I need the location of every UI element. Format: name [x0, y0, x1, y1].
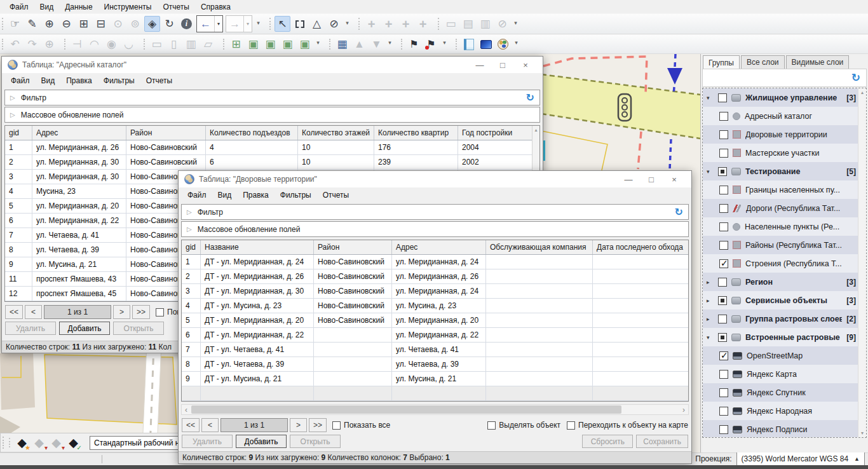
table-cell[interactable] [486, 299, 593, 313]
titlebar[interactable]: Таблица: "Дворовые территории" — □ × [179, 171, 691, 187]
layer-group-row[interactable]: ▾Жилищное управление[3] [703, 88, 866, 107]
pan-tool-icon[interactable]: ☞ [7, 16, 23, 32]
table-cell[interactable]: Ново-Савиновский [314, 269, 392, 283]
add-by-coords-icon[interactable]: + [415, 16, 431, 32]
layer-row[interactable]: Яндекс Спутник [703, 383, 866, 402]
layer-row[interactable]: Адресный каталог [703, 107, 866, 125]
table-cell[interactable]: 10 [298, 155, 374, 169]
pager-prev-button[interactable]: < [201, 418, 219, 432]
table-row[interactable]: 6ДТ - ул. Меридианная, д. 22ул. Меридиан… [182, 328, 688, 343]
open-button[interactable]: Открыть [113, 322, 164, 335]
table-cell[interactable]: ул. Меридианная, д. 20 [32, 199, 126, 213]
table-cell[interactable] [593, 343, 689, 357]
table-cell[interactable] [593, 372, 689, 386]
table-cell[interactable]: 3 [182, 284, 201, 298]
scroll-up-icon[interactable]: ▴ [861, 90, 864, 95]
window-menu-item[interactable]: Правка [237, 189, 275, 201]
table-cell[interactable] [593, 357, 689, 371]
table-cell[interactable] [593, 284, 689, 298]
table-cell[interactable] [486, 343, 593, 357]
table-cell[interactable]: 2004 [458, 140, 533, 154]
layer-row[interactable]: Яндекс Подписи [703, 420, 866, 438]
table-cell[interactable]: 6 [206, 155, 298, 169]
table-cell[interactable]: 4 [206, 140, 298, 154]
table-cell[interactable]: Ново-Савиновский [126, 155, 206, 169]
pager-first-button[interactable]: << [182, 418, 200, 432]
tree-expander-icon[interactable]: ▸ [707, 316, 714, 322]
layer-row[interactable]: Районы (Республика Тат... [703, 236, 866, 254]
copy-object-icon[interactable]: ▤ [460, 16, 476, 32]
scroll-up-icon[interactable]: ▴ [534, 127, 537, 133]
tree-expander-icon[interactable]: ▾ [707, 95, 714, 101]
remove-arc-point-icon[interactable]: ◡ [121, 36, 137, 52]
add-line-icon[interactable]: + [381, 16, 397, 32]
table-cell[interactable]: Ново-Савиновский [314, 255, 392, 269]
table-cell[interactable]: 1 [182, 255, 201, 269]
table-cell[interactable]: 3 [5, 170, 32, 184]
table-cell[interactable] [314, 328, 392, 342]
column-header[interactable]: gid [5, 126, 32, 140]
clear-selection-icon[interactable]: ⊘ [326, 16, 342, 32]
table-cell[interactable] [486, 372, 593, 386]
style-palette-icon[interactable] [495, 36, 511, 52]
toolbar-overflow-icon[interactable]: ▾ [386, 35, 394, 51]
table-cell[interactable] [486, 328, 593, 342]
table-cell[interactable] [314, 357, 392, 371]
toolbar-overflow-icon[interactable]: ▾ [254, 15, 262, 31]
layer-row[interactable]: Населенные пункты (Ре... [703, 217, 866, 236]
layer-row[interactable]: Строения (Республика Т... [703, 254, 866, 273]
layer-checkbox[interactable] [718, 278, 727, 287]
layer-checkbox[interactable] [719, 112, 728, 121]
layer-checkbox[interactable] [719, 204, 728, 213]
tab-layers[interactable]: Видимые слои [786, 55, 850, 69]
table-cell[interactable]: ул. Меридианная, д. 20 [392, 313, 486, 327]
column-header[interactable]: Количество подъездов [206, 126, 298, 140]
table-cell[interactable]: 4 [5, 184, 32, 198]
column-header[interactable]: Район [126, 126, 206, 140]
table-cell[interactable] [593, 313, 689, 327]
table-cell[interactable] [593, 269, 689, 283]
tab-groups-active[interactable]: Группы [703, 55, 740, 69]
move-down-icon[interactable]: ▼ [369, 36, 384, 52]
table-cell[interactable]: ДТ - ул. Меридианная, д. 30 [201, 284, 314, 298]
layer-checkbox[interactable] [718, 333, 727, 342]
table-cell[interactable]: 176 [374, 140, 458, 154]
table-cell[interactable]: ул. Меридианная, д. 24 [392, 255, 486, 269]
table-cell[interactable]: 9 [5, 257, 32, 271]
table-row[interactable]: 8ДТ - ул. Четаева, д. 39ул. Четаева, д. … [182, 357, 688, 372]
table-cell[interactable]: ул. Меридианная, д. 30 [32, 155, 126, 169]
split-parts-icon[interactable]: ▥ [183, 36, 199, 52]
select-polygon-icon[interactable]: △ [309, 16, 325, 32]
paste-object-icon[interactable]: ▥ [477, 16, 493, 32]
table-cell[interactable]: Ново-Савиновский [126, 140, 206, 154]
zoom-selection-icon[interactable]: ⊙ [110, 16, 126, 32]
table-cell[interactable]: Ново-Савиновский [314, 299, 392, 313]
pager-last-button[interactable]: >> [309, 418, 327, 432]
table-cell[interactable]: Мусина, 23 [32, 184, 126, 198]
projection-combobox[interactable]: (3395) World Mercator WGS 84 ▲ [736, 451, 865, 465]
zoom-layer-icon[interactable]: ⊚ [127, 16, 143, 32]
table-cell[interactable]: 5 [5, 199, 32, 213]
table-cell[interactable]: ул. Четаева, д. 39 [32, 243, 126, 257]
delete-button[interactable]: Удалить [182, 435, 233, 448]
window-menu-item[interactable]: Фильтры [275, 189, 317, 201]
table-cell[interactable]: ДТ - ул. Меридианная, д. 22 [201, 328, 314, 342]
zoom-out-icon[interactable]: ⊖ [58, 16, 74, 32]
refresh-icon[interactable]: ↻ [526, 92, 534, 104]
table-cell[interactable]: ул. Меридианная, д. 22 [392, 328, 486, 342]
column-header[interactable]: Количество этажей [298, 126, 374, 140]
info-icon[interactable]: i [179, 16, 194, 32]
pager-last-button[interactable]: >> [132, 305, 150, 319]
layer-group-row[interactable]: ▸Группа растровых слоев[2] [703, 309, 866, 328]
maximize-button[interactable]: □ [640, 175, 663, 184]
media-viewer-icon[interactable] [478, 36, 494, 52]
toolbar-overflow-icon[interactable]: ▾ [440, 35, 449, 51]
layer-row[interactable]: Мастерские участки [703, 144, 866, 162]
window-menu-item[interactable]: Фильтры [98, 74, 140, 87]
table-cell[interactable]: 11 [5, 272, 32, 286]
zoom-in-icon[interactable]: ⊕ [41, 16, 57, 32]
layer-checkbox[interactable] [719, 388, 728, 397]
maximize-button[interactable]: □ [491, 60, 514, 70]
redo-icon[interactable]: ↷ [24, 36, 40, 52]
table-cell[interactable]: ул. Меридианная, д. 26 [32, 140, 126, 154]
